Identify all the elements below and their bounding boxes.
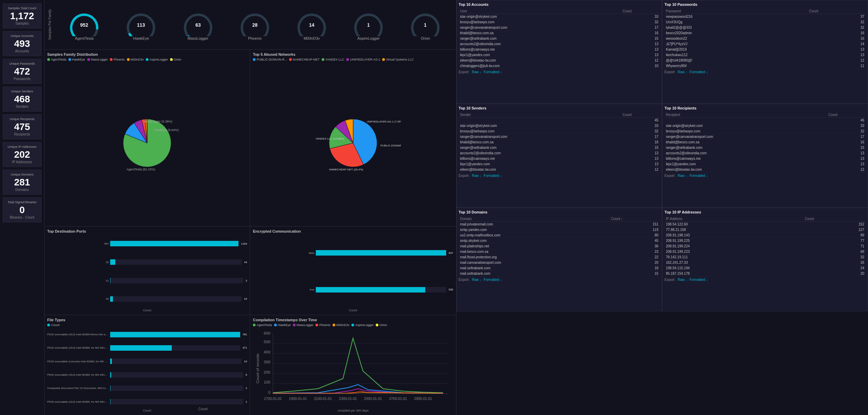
- table-cell: accounts2@oilexindia.com: [664, 151, 827, 156]
- bar-row: PE32 executable (GUI) Intel 80386, for M…: [47, 399, 247, 404]
- table-cell: 13: [621, 52, 660, 58]
- table-cell: 14: [808, 41, 866, 47]
- bar-value: 44: [244, 261, 247, 264]
- table-cell: mail.seltrabank.com: [459, 265, 610, 271]
- bar-row: Composite Document File V2 Document, MSI…: [47, 386, 247, 391]
- table-row: chinaloggers@jiuli-tw.com10: [459, 63, 660, 69]
- table-row: brooyu@larbaxpo.com32: [459, 20, 660, 25]
- table-cell: 80: [610, 232, 660, 238]
- bar-fill: [110, 296, 113, 302]
- table-cell: 16: [808, 30, 866, 36]
- table-row: accounts2@oilexindia.com13: [664, 151, 866, 156]
- accounts-export-raw[interactable]: Raw ↓: [472, 70, 481, 74]
- table-cell: 77.88.21.158: [664, 227, 803, 232]
- senders-export-raw[interactable]: Raw ↓: [472, 174, 481, 178]
- table-row: 198.54.122.60152: [664, 221, 866, 227]
- accounts-export-formatted[interactable]: Formatted ↓: [484, 70, 502, 74]
- table-row: mail.platinships.net36: [459, 243, 660, 249]
- table-cell: 12: [827, 167, 866, 172]
- top10-domains-title: Top 10 Domains: [459, 210, 660, 214]
- svg-text:400: 400: [264, 350, 271, 354]
- gauge-item: 1 AspireLogger: [341, 9, 396, 40]
- domains-export-formatted[interactable]: Formatted ↓: [484, 278, 502, 282]
- table-cell: ikechukwu112: [664, 52, 808, 58]
- table-cell: UmX3UQg: [664, 20, 808, 25]
- table-row: mail.besco.com.sa23: [459, 249, 660, 254]
- encrypted-section: Encrypted Communication false 637 true 5…: [250, 226, 456, 315]
- table-cell: billions@cairoways.me: [459, 47, 621, 52]
- gauge-svg: 113: [122, 9, 160, 36]
- table-cell: mail.besco.com.sa: [459, 249, 610, 254]
- table-cell: 33: [621, 14, 660, 20]
- bar-row: 587 1104: [47, 241, 247, 246]
- svg-text:500: 500: [264, 339, 271, 344]
- svg-text:600: 600: [264, 331, 271, 335]
- table-cell: ranger@canvanatransport.com: [459, 25, 621, 30]
- recipients-export-raw[interactable]: Raw ↓: [678, 174, 687, 178]
- domains-export-raw[interactable]: Raw ↓: [472, 278, 481, 282]
- distribution-legend: AgentTeslaHawkEyeMassLoggerPhoenixM00nD3…: [47, 58, 247, 61]
- table-cell: 127: [803, 227, 866, 232]
- stat-block: Unique Domains 281 Domains: [3, 170, 41, 195]
- table-cell: 13: [827, 151, 866, 156]
- table-cell: ikpc1@yandex.com: [664, 161, 827, 167]
- table-cell: 32: [808, 25, 866, 30]
- bar-fill: [110, 278, 111, 283]
- table-cell: 15: [610, 271, 660, 276]
- table-cell: 85.187.154.178: [664, 271, 803, 276]
- svg-text:2100-01-01: 2100-01-01: [314, 397, 332, 400]
- ports-title: Top Destination Ports: [47, 229, 247, 233]
- top10-accounts-panel: Top 10 Accounts User Count star-origin@s…: [456, 0, 662, 104]
- count-label: Count: [198, 407, 208, 411]
- table-cell: 68: [803, 249, 866, 254]
- table-cell: 13: [827, 156, 866, 161]
- table-cell: billions@cairoways.me: [664, 156, 827, 161]
- legend-item: M00nD3v: [333, 323, 350, 327]
- bar-track: [110, 399, 243, 404]
- bar-label: Composite Document File V2 Document, MSI…: [47, 387, 109, 390]
- bar-row: 21 3: [47, 278, 247, 283]
- legend-item: AspireLogger: [351, 323, 374, 327]
- table-cell: eileen@blowtac-tw.com: [459, 58, 621, 63]
- table-row: ranger@canvanatransport.com17: [664, 134, 866, 140]
- gauge-svg: 1: [350, 9, 387, 36]
- recipients-export-formatted[interactable]: Formatted ↓: [689, 174, 708, 178]
- compilation-title: Compilation Timestamps Over Time: [253, 318, 453, 322]
- ips-export-formatted[interactable]: Formatted ↓: [689, 278, 708, 282]
- bar-track: [110, 296, 242, 302]
- senders-col-count: Count: [621, 112, 660, 118]
- table-cell: 152: [803, 221, 866, 227]
- encrypted-x-label: Count: [253, 309, 453, 312]
- bar-value: 2: [246, 387, 247, 390]
- table-cell: ranger@seltrabank.com: [459, 36, 621, 41]
- passwords-export-formatted[interactable]: Formatted ↓: [689, 70, 708, 74]
- bar-track: [110, 332, 240, 337]
- table-row: 85.187.154.17820: [664, 271, 866, 276]
- legend-item: NAMECHEAP-NET: [289, 58, 320, 61]
- samples-per-family-section: Samples Per Family 952 AgentTesla 113 Ha…: [44, 0, 456, 50]
- legend-item: Virtual Systems LLC: [382, 58, 414, 61]
- center-column: Samples Per Family 952 AgentTesla 113 Ha…: [44, 0, 456, 415]
- table-row: star-origin@strykeir.com33: [664, 123, 866, 129]
- legend-item: AgentTesla: [47, 58, 66, 61]
- table-row: 208.91.198.14389: [664, 232, 866, 238]
- table-row: ranger@canvanatransport.com17: [459, 25, 660, 30]
- table-row: billions@cairoways.me13: [459, 47, 660, 52]
- gauge-name: MassLogger: [187, 36, 208, 40]
- bar-value: 6: [246, 373, 247, 376]
- table-row: brooyu@larbaxpo.com32: [664, 129, 866, 134]
- table-cell: star-origin@strykeir.com: [459, 14, 621, 20]
- table-row: newpassword21637: [664, 14, 866, 20]
- bar-row: PE32 executable (GUI) Intel 80386, for M…: [47, 372, 247, 378]
- table-cell: mail.seltrabank.com: [459, 271, 610, 276]
- ips-export-raw[interactable]: Raw ↓: [678, 278, 687, 282]
- table-cell: besco2020admin: [664, 30, 808, 36]
- bar-fill: [110, 332, 240, 337]
- passwords-export-raw[interactable]: Raw ↓: [678, 70, 687, 74]
- table-cell: ranger@canvanatransport.com: [664, 134, 827, 140]
- legend-item: YANDEX LLC: [322, 58, 344, 61]
- table-row: 77.88.21.158127: [664, 227, 866, 232]
- svg-text:952: 952: [80, 22, 88, 28]
- senders-export-formatted[interactable]: Formatted ↓: [484, 174, 502, 178]
- gauge-item: 63 MassLogger: [171, 9, 225, 40]
